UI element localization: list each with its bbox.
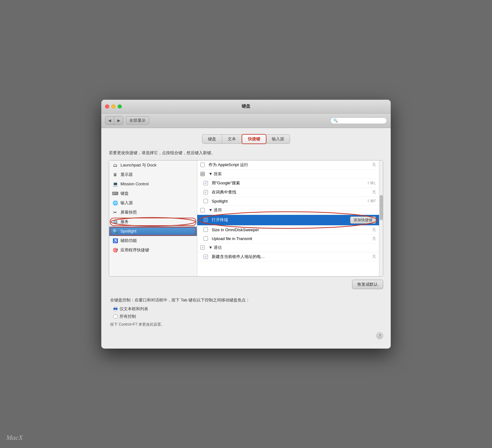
close-button[interactable] xyxy=(105,104,109,109)
sidebar-item-app-shortcuts[interactable]: 🎯 应用程序快捷键 xyxy=(109,245,197,255)
scrollbar-track xyxy=(379,160,383,276)
shortcut-row-terminal[interactable]: 打开终端 添加快捷键 xyxy=(197,215,379,226)
right-panel: 作为 AppleScript 运行 无 — ▼ 搜索 ✓ 用"Google"搜索… xyxy=(197,160,379,276)
accessibility-icon: ♿ xyxy=(112,238,118,244)
checkbox-search[interactable]: — xyxy=(200,172,205,176)
keyboard-control: 全键盘控制：在窗口和对话框中，按下 Tab 键在以下控制之间移动键盘焦点： 仅文… xyxy=(109,297,383,327)
radio-all-controls[interactable]: 所有控制 xyxy=(113,314,382,319)
key-dictionary: 无 xyxy=(372,189,376,195)
label-dictionary: 在词典中查找 xyxy=(210,189,372,195)
sidebar-item-label-launchpad: Launchpad 与 Dock xyxy=(120,162,156,168)
label-spotlight-shortcut: Spotlight xyxy=(210,199,367,204)
shortcut-row-email[interactable]: ✓ 新建含当前收件人地址的电… 无 xyxy=(197,252,379,261)
display-icon: 🖥 xyxy=(112,172,118,177)
sidebar-item-label-keyboard: 键盘 xyxy=(120,191,129,196)
radio-all-controls-circle[interactable] xyxy=(113,314,118,319)
checkbox-general[interactable] xyxy=(200,208,205,212)
sidebar-item-keyboard[interactable]: ⌨ 键盘 xyxy=(109,189,197,198)
instruction-text: 若要更改快捷键，请选择它，点按组合键，然后键入新键。 xyxy=(109,150,383,156)
label-comms: ▼ 通信 xyxy=(207,245,376,250)
scrollbar-thumb[interactable] xyxy=(380,195,383,220)
search-icon: 🔍 xyxy=(333,118,338,123)
search-box: 🔍 xyxy=(330,117,387,124)
app-shortcuts-icon: 🎯 xyxy=(112,247,118,253)
label-applescript: 作为 AppleScript 运行 xyxy=(207,162,372,168)
section-comms: ✓ ▼ 通信 xyxy=(197,243,379,252)
tab-text[interactable]: 文本 xyxy=(222,134,242,144)
shortcut-row-applescript[interactable]: 作为 AppleScript 运行 无 xyxy=(197,160,379,170)
checkbox-email[interactable]: ✓ xyxy=(204,255,208,259)
section-search: — ▼ 搜索 xyxy=(197,170,379,179)
add-shortcut-button[interactable]: 添加快捷键 xyxy=(350,216,376,224)
label-google: 用"Google"搜索 xyxy=(210,180,367,186)
sidebar-item-display[interactable]: 🖥 显示器 xyxy=(109,170,197,179)
checkbox-applescript[interactable] xyxy=(200,163,205,167)
keyboard-icon: ⌨ xyxy=(112,191,118,196)
back-button[interactable]: ◀ xyxy=(105,116,114,125)
label-email: 新建含当前收件人地址的电… xyxy=(210,254,372,260)
radio-all-controls-label: 所有控制 xyxy=(120,314,136,319)
watermark: MacX xyxy=(6,434,23,442)
help-button[interactable]: ? xyxy=(376,332,383,339)
main-window: 键盘 ◀ ▶ 全部显示 🔍 键盘 文本 快捷键 输入源 若要更改快捷键，请选择它… xyxy=(101,100,391,349)
toolbar: ◀ ▶ 全部显示 🔍 xyxy=(101,114,391,128)
section-general: ▼ 通用 xyxy=(197,206,379,215)
tab-input[interactable]: 输入源 xyxy=(266,134,290,144)
search-input[interactable] xyxy=(339,118,383,123)
main-panel: 🗂 Launchpad 与 Dock 🖥 显示器 💻 Mission Contr… xyxy=(109,160,383,277)
key-applescript: 无 xyxy=(372,162,376,167)
shortcut-row-dictionary[interactable]: ✓ 在词典中查找 无 xyxy=(197,188,379,197)
sidebar-item-mission-control[interactable]: 💻 Mission Control xyxy=(109,179,197,189)
bottom-bar: 恢复成默认 xyxy=(109,277,383,292)
shortcuts-list: 作为 AppleScript 运行 无 — ▼ 搜索 ✓ 用"Google"搜索… xyxy=(197,160,379,276)
services-icon: ⚙️ xyxy=(112,219,118,225)
sidebar-item-label-app-shortcuts: 应用程序快捷键 xyxy=(120,247,149,253)
label-omnidisk: Size in OmniDiskSweeper xyxy=(210,227,372,232)
key-spotlight: ⇧⌘F xyxy=(367,199,376,203)
mission-control-icon: 💻 xyxy=(112,181,118,187)
minimize-button[interactable] xyxy=(111,104,115,109)
input-icon: 🌐 xyxy=(112,200,118,206)
show-all-button[interactable]: 全部显示 xyxy=(126,116,149,125)
restore-defaults-button[interactable]: 恢复成默认 xyxy=(352,280,383,289)
window-title: 键盘 xyxy=(242,104,250,109)
sidebar-item-label-screenshot: 屏幕快照 xyxy=(120,210,137,215)
sidebar-item-spotlight[interactable]: 🔍 Spotlight xyxy=(109,227,197,236)
checkbox-google[interactable]: ✓ xyxy=(204,181,208,185)
label-transmit: Upload file in Transmit xyxy=(210,236,372,241)
tab-shortcuts[interactable]: 快捷键 xyxy=(242,134,266,144)
shortcut-row-google[interactable]: ✓ 用"Google"搜索 ⇧⌘L xyxy=(197,179,379,188)
checkbox-omnidisk[interactable] xyxy=(204,227,208,232)
shortcut-row-spotlight[interactable]: Spotlight ⇧⌘F xyxy=(197,197,379,206)
key-omnidisk: 无 xyxy=(372,227,376,232)
sidebar-item-label-input: 输入源 xyxy=(120,200,133,206)
forward-button[interactable]: ▶ xyxy=(114,116,123,125)
sidebar-item-services[interactable]: ⚙️ 服务 xyxy=(109,217,197,227)
shortcut-row-transmit[interactable]: Upload file in Transmit 无 xyxy=(197,234,379,243)
checkbox-comms[interactable]: ✓ xyxy=(200,245,205,250)
sidebar-item-input[interactable]: 🌐 输入源 xyxy=(109,198,197,208)
label-terminal: 打开终端 xyxy=(210,217,350,223)
tabs: 键盘 文本 快捷键 输入源 xyxy=(109,134,383,144)
radio-group: 仅文本框和列表 所有控制 xyxy=(110,306,382,319)
sidebar-item-label-mission-control: Mission Control xyxy=(120,182,149,186)
checkbox-dictionary[interactable]: ✓ xyxy=(204,190,208,194)
radio-text-boxes-circle[interactable] xyxy=(113,307,118,311)
nav-buttons: ◀ ▶ xyxy=(105,116,123,125)
shortcut-row-omnidisk[interactable]: Size in OmniDiskSweeper 无 xyxy=(197,226,379,234)
footer-note: 按下 Control+F7 来更改此设置。 xyxy=(110,322,382,327)
label-general: ▼ 通用 xyxy=(207,207,376,213)
sidebar-item-launchpad[interactable]: 🗂 Launchpad 与 Dock xyxy=(109,160,197,170)
maximize-button[interactable] xyxy=(118,104,122,109)
key-email: 无 xyxy=(372,254,376,259)
tab-keyboard[interactable]: 键盘 xyxy=(202,134,222,144)
title-bar: 键盘 xyxy=(101,100,391,114)
checkbox-terminal[interactable] xyxy=(204,218,208,222)
radio-text-boxes[interactable]: 仅文本框和列表 xyxy=(113,306,382,312)
sidebar-item-accessibility[interactable]: ♿ 辅助功能 xyxy=(109,236,197,245)
checkbox-spotlight[interactable] xyxy=(204,199,208,203)
sidebar-item-label-accessibility: 辅助功能 xyxy=(120,238,137,244)
checkbox-transmit[interactable] xyxy=(204,236,208,241)
sidebar-item-screenshot[interactable]: ✂ 屏幕快照 xyxy=(109,208,197,217)
sidebar-item-label-spotlight: Spotlight xyxy=(120,229,137,233)
